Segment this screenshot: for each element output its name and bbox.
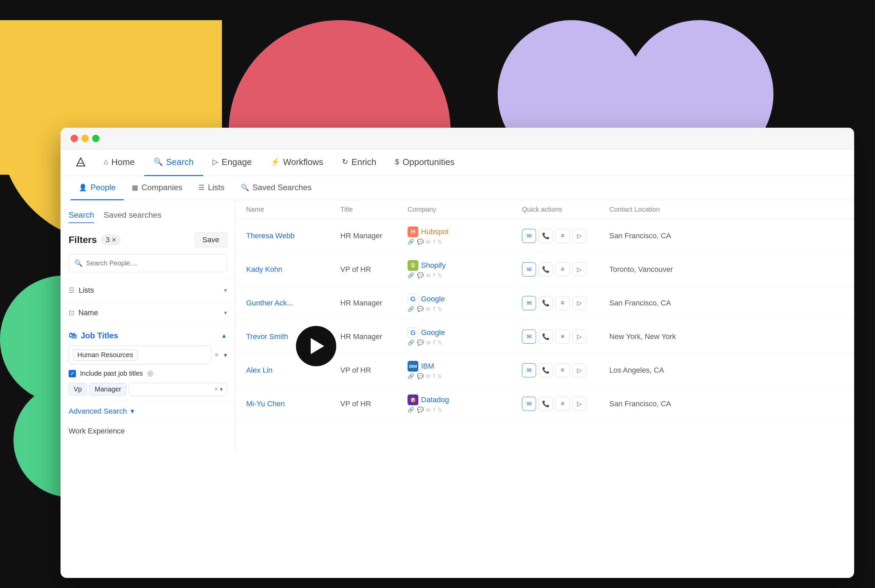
filter-count-badge[interactable]: 3 × — [101, 234, 121, 246]
sequence-action-1[interactable]: ≡ — [556, 262, 570, 276]
chat-icon-4[interactable]: 💬 — [417, 373, 424, 380]
manager-tag[interactable]: Manager — [89, 383, 126, 396]
engage-action-1[interactable]: ▷ — [572, 262, 586, 276]
twitter-icon-1[interactable]: 𝕏 — [438, 272, 442, 279]
panel-tab-saved-searches[interactable]: Saved searches — [104, 210, 161, 223]
include-past-job-titles-row[interactable]: Include past job titles i — [60, 370, 235, 383]
phone-action-2[interactable]: 📞 — [539, 296, 553, 310]
linkedin-icon-4[interactable]: in — [426, 373, 430, 380]
facebook-icon-3[interactable]: f — [433, 340, 434, 346]
email-action-3[interactable]: ✉ — [522, 330, 536, 344]
tab-people[interactable]: 👤 People — [71, 176, 124, 200]
twitter-icon-5[interactable]: 𝕏 — [438, 406, 442, 413]
sequence-action-4[interactable]: ≡ — [556, 363, 570, 377]
linkedin-icon-1[interactable]: in — [426, 273, 430, 279]
facebook-icon-4[interactable]: f — [433, 373, 434, 380]
person-name-theresa-webb[interactable]: Theresa Webb — [246, 231, 340, 240]
chat-icon-3[interactable]: 💬 — [417, 339, 424, 346]
chat-icon-1[interactable]: 💬 — [417, 272, 424, 279]
email-action-5[interactable]: ✉ — [522, 397, 536, 411]
job-titles-header[interactable]: 🛍 Job Titles ▲ — [60, 324, 235, 346]
tag-dropdown-icon[interactable]: ▾ — [224, 351, 227, 359]
sequence-action-5[interactable]: ≡ — [556, 397, 570, 411]
linkedin-icon-2[interactable]: in — [426, 306, 430, 312]
include-past-checkbox[interactable] — [69, 370, 76, 377]
company-link-hubspot[interactable]: Hubspot — [421, 228, 449, 236]
twitter-icon-4[interactable]: 𝕏 — [438, 373, 442, 380]
link-icon-4[interactable]: 🔗 — [407, 373, 414, 380]
email-action-0[interactable]: ✉ — [522, 229, 536, 243]
search-people-input[interactable] — [86, 260, 221, 267]
minimize-button[interactable] — [81, 135, 89, 142]
phone-action-0[interactable]: 📞 — [539, 229, 553, 243]
person-name-alex-lin[interactable]: Alex Lin — [246, 366, 340, 375]
link-icon-5[interactable]: 🔗 — [407, 406, 414, 413]
facebook-icon-5[interactable]: f — [433, 407, 434, 413]
link-icon-1[interactable]: 🔗 — [407, 272, 414, 279]
linkedin-icon-0[interactable]: in — [426, 239, 430, 245]
link-icon-2[interactable]: 🔗 — [407, 306, 414, 312]
engage-action-3[interactable]: ▷ — [572, 330, 586, 344]
link-icon-3[interactable]: 🔗 — [407, 339, 414, 346]
twitter-icon-2[interactable]: 𝕏 — [438, 306, 442, 312]
engage-action-2[interactable]: ▷ — [572, 296, 586, 310]
phone-action-1[interactable]: 📞 — [539, 262, 553, 276]
tags-dropdown-icon[interactable]: ▾ — [220, 386, 223, 393]
chat-icon-0[interactable]: 💬 — [417, 238, 424, 245]
person-name-miyu-chen[interactable]: Mi-Yu Chen — [246, 399, 340, 408]
logo[interactable] — [71, 157, 91, 169]
search-input-box[interactable]: 🔍 — [69, 254, 227, 272]
company-link-ibm[interactable]: IBM — [421, 362, 434, 370]
panel-tab-search[interactable]: Search — [69, 210, 94, 223]
email-action-2[interactable]: ✉ — [522, 296, 536, 310]
facebook-icon-0[interactable]: f — [433, 239, 434, 245]
sequence-action-3[interactable]: ≡ — [556, 330, 570, 344]
job-title-tag-input[interactable]: Human Resources — [69, 346, 211, 364]
tab-companies[interactable]: ▦ Companies — [124, 176, 190, 200]
maximize-button[interactable] — [92, 135, 99, 142]
linkedin-icon-5[interactable]: in — [426, 407, 430, 413]
email-action-1[interactable]: ✉ — [522, 262, 536, 276]
save-button[interactable]: Save — [195, 232, 227, 247]
link-icon-0[interactable]: 🔗 — [407, 238, 414, 245]
nav-search[interactable]: 🔍 Search — [144, 149, 203, 176]
company-link-datadog[interactable]: Datadog — [421, 396, 449, 404]
company-link-google-3[interactable]: Google — [421, 328, 445, 337]
tags-clear-icon[interactable]: × — [214, 386, 218, 393]
engage-action-4[interactable]: ▷ — [572, 363, 586, 377]
chat-icon-2[interactable]: 💬 — [417, 306, 424, 312]
company-link-shopify[interactable]: Shopify — [421, 261, 446, 270]
linkedin-icon-3[interactable]: in — [426, 340, 430, 346]
phone-action-4[interactable]: 📞 — [539, 363, 553, 377]
engage-action-5[interactable]: ▷ — [572, 397, 586, 411]
twitter-icon-3[interactable]: 𝕏 — [438, 339, 442, 346]
person-name-gunther[interactable]: Gunther Ack... — [246, 299, 340, 308]
nav-workflows[interactable]: ⚡ Workflows — [261, 149, 332, 176]
filter-row-lists[interactable]: ☰ Lists ▾ — [60, 279, 235, 302]
nav-home[interactable]: ⌂ Home — [94, 149, 144, 176]
sequence-action-2[interactable]: ≡ — [556, 296, 570, 310]
vp-tag[interactable]: Vp — [69, 383, 87, 396]
tab-saved-searches[interactable]: 🔍 Saved Searches — [233, 176, 320, 200]
work-experience-section[interactable]: Work Experience — [60, 421, 235, 441]
more-tags-input[interactable]: × ▾ — [129, 383, 227, 396]
tab-lists[interactable]: ☰ Lists — [190, 176, 232, 200]
phone-action-3[interactable]: 📞 — [539, 330, 553, 344]
nav-engage[interactable]: ▷ Engage — [203, 149, 261, 176]
engage-action-0[interactable]: ▷ — [572, 229, 586, 243]
tag-clear-icon[interactable]: × — [215, 351, 219, 359]
twitter-icon-0[interactable]: 𝕏 — [438, 238, 442, 245]
sequence-action-0[interactable]: ≡ — [556, 229, 570, 243]
facebook-icon-2[interactable]: f — [433, 306, 434, 312]
advanced-search-row[interactable]: Advanced Search ▾ — [60, 402, 235, 421]
nav-enrich[interactable]: ↻ Enrich — [332, 149, 386, 176]
filter-row-name[interactable]: ⊡ Name ▾ — [60, 302, 235, 324]
chat-icon-5[interactable]: 💬 — [417, 406, 424, 413]
facebook-icon-1[interactable]: f — [433, 273, 434, 279]
nav-opportunities[interactable]: $ Opportunities — [386, 149, 464, 176]
video-play-button[interactable] — [296, 326, 336, 366]
person-name-kady-kohn[interactable]: Kady Kohn — [246, 265, 340, 274]
company-link-google-2[interactable]: Google — [421, 295, 445, 303]
phone-action-5[interactable]: 📞 — [539, 397, 553, 411]
close-button[interactable] — [71, 135, 78, 142]
